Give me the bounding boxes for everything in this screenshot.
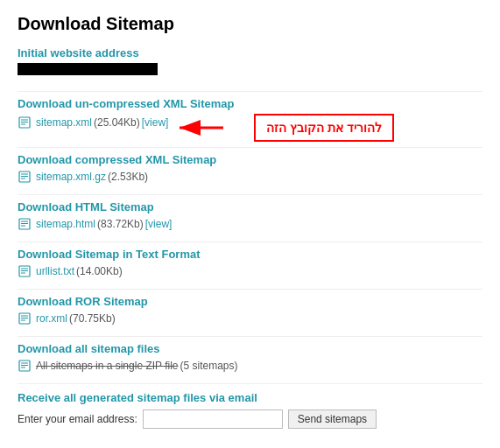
send-sitemaps-button[interactable]: Send sitemaps — [288, 410, 377, 429]
file-size-compressed: (2.53Kb) — [108, 171, 148, 183]
section-all-files: Download all sitemap files All sitemaps … — [18, 342, 482, 373]
email-row: Enter your email address: Send sitemaps — [18, 410, 482, 429]
divider-5 — [18, 289, 482, 290]
file-icon-compressed — [18, 170, 32, 184]
arrow-uncompressed — [175, 117, 228, 138]
file-size-html: (83.72Kb) — [97, 218, 144, 230]
file-icon-uncompressed — [18, 116, 32, 130]
section-all-title[interactable]: Download all sitemap files — [18, 342, 482, 355]
file-size-text: (14.00Kb) — [76, 265, 123, 277]
file-row-text: urllist.txt (14.00Kb) — [18, 264, 482, 278]
uncompressed-xml-row: sitemap.xml (25.04Kb) [view] להוריד את ה… — [18, 114, 482, 142]
file-link-compressed[interactable]: sitemap.xml.gz — [36, 171, 106, 183]
view-link-html[interactable]: [view] — [145, 218, 173, 230]
divider-1 — [18, 91, 482, 92]
page-title: Download Sitemap — [18, 14, 482, 34]
file-size-ror: (70.75Kb) — [69, 312, 116, 325]
email-section: Receive all generated sitemap files via … — [18, 391, 482, 429]
file-size-uncompressed: (25.04Kb) — [94, 116, 140, 129]
file-row-uncompressed: sitemap.xml (25.04Kb) [view] — [18, 116, 168, 130]
file-link-html[interactable]: sitemap.html — [36, 218, 95, 230]
file-icon-all — [18, 359, 32, 373]
divider-4 — [18, 242, 482, 242]
section-html-title[interactable]: Download HTML Sitemap — [18, 200, 482, 214]
initial-address-block: Initial website address — [18, 46, 482, 86]
file-row-compressed: sitemap.xml.gz (2.53Kb) — [18, 170, 482, 184]
divider-2 — [18, 147, 482, 148]
section-ror-sitemap: Download ROR Sitemap ror.xml (70.75Kb) — [18, 295, 482, 326]
section-compressed-xml: Download compressed XML Sitemap sitemap.… — [18, 153, 482, 184]
file-icon-html — [18, 217, 32, 231]
file-size-all: (5 sitemaps) — [180, 360, 238, 372]
file-row-ror: ror.xml (70.75Kb) — [18, 312, 482, 326]
file-link-text[interactable]: urllist.txt — [36, 265, 74, 277]
divider-3 — [18, 194, 482, 195]
section-uncompressed-xml: Download un-compressed XML Sitemap sitem… — [18, 97, 482, 142]
file-row-html: sitemap.html (83.72Kb) [view] — [18, 217, 482, 231]
file-row-all: All sitemaps in a single ZIP file (5 sit… — [18, 359, 482, 373]
view-link-uncompressed[interactable]: [view] — [142, 116, 169, 129]
file-link-ror[interactable]: ror.xml — [36, 312, 67, 325]
email-input[interactable] — [143, 410, 283, 429]
file-icon-text — [18, 264, 32, 278]
email-label: Enter your email address: — [18, 413, 137, 425]
divider-6 — [18, 336, 482, 337]
file-icon-ror — [18, 312, 32, 326]
arrow-label-box: להוריד את הקובץ הזה — [254, 114, 394, 142]
section-text-title[interactable]: Download Sitemap in Text Format — [18, 248, 482, 261]
section-compressed-xml-title[interactable]: Download compressed XML Sitemap — [18, 153, 482, 166]
divider-7 — [18, 383, 482, 384]
section-uncompressed-xml-title[interactable]: Download un-compressed XML Sitemap — [18, 97, 482, 110]
section-text-sitemap: Download Sitemap in Text Format urllist.… — [18, 248, 482, 278]
email-section-title: Receive all generated sitemap files via … — [18, 391, 482, 404]
section-html-sitemap: Download HTML Sitemap sitemap.html (83.7… — [18, 200, 482, 231]
url-hidden — [18, 63, 158, 75]
file-link-uncompressed[interactable]: sitemap.xml — [36, 116, 92, 129]
section-ror-title[interactable]: Download ROR Sitemap — [18, 295, 482, 308]
initial-address-label: Initial website address — [18, 46, 482, 60]
file-link-all[interactable]: All sitemaps in a single ZIP file — [36, 360, 179, 372]
